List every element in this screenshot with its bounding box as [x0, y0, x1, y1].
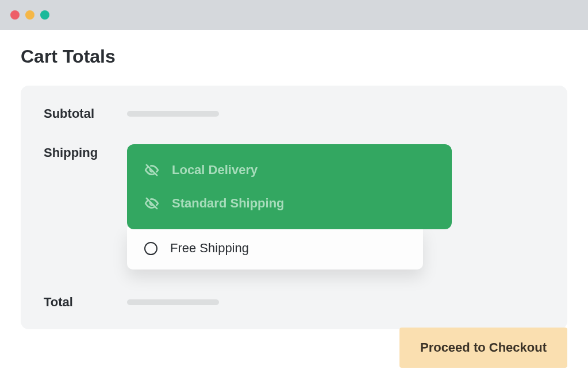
eye-off-icon — [144, 196, 159, 211]
subtotal-value-placeholder — [127, 111, 219, 117]
visible-shipping-panel: Free Shipping — [127, 227, 423, 270]
window-close-dot[interactable] — [10, 10, 20, 20]
total-row: Total — [44, 295, 544, 310]
shipping-option-label: Free Shipping — [170, 241, 249, 256]
subtotal-row: Subtotal — [44, 106, 544, 121]
window-maximize-dot[interactable] — [40, 10, 49, 20]
total-label: Total — [44, 295, 127, 310]
shipping-option-label: Local Delivery — [172, 163, 258, 178]
subtotal-label: Subtotal — [44, 106, 127, 121]
window-chrome — [0, 0, 588, 30]
shipping-label: Shipping — [44, 145, 127, 160]
window-minimize-dot[interactable] — [25, 10, 34, 20]
shipping-option-local-delivery[interactable]: Local Delivery — [144, 157, 435, 183]
content-area: Cart Totals Subtotal Shipping L — [0, 30, 588, 329]
proceed-to-checkout-button[interactable]: Proceed to Checkout — [399, 328, 567, 368]
cart-totals-card: Subtotal Shipping Local Delivery — [21, 86, 567, 329]
shipping-option-label: Standard Shipping — [172, 196, 285, 211]
shipping-option-free-shipping[interactable]: Free Shipping — [144, 241, 406, 256]
shipping-row: Shipping Local Delivery — [44, 145, 544, 270]
shipping-options-container: Local Delivery Standard Shipping — [127, 144, 544, 270]
total-value-placeholder — [127, 299, 219, 305]
hidden-shipping-panel: Local Delivery Standard Shipping — [127, 144, 452, 229]
eye-off-icon — [144, 163, 159, 178]
shipping-option-standard-shipping[interactable]: Standard Shipping — [144, 190, 435, 217]
page-title: Cart Totals — [21, 46, 567, 67]
radio-icon — [144, 242, 157, 255]
